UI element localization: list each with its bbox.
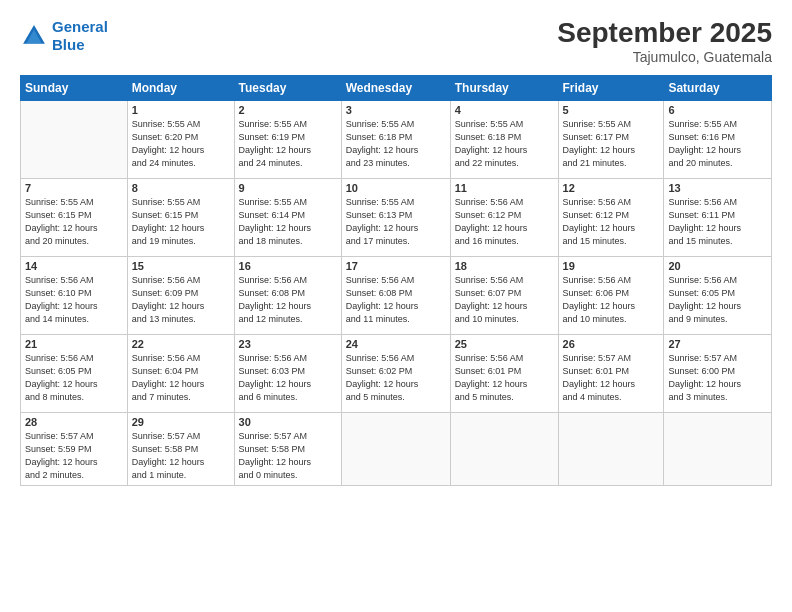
calendar-cell: 29Sunrise: 5:57 AM Sunset: 5:58 PM Dayli… [127,412,234,485]
calendar-cell: 3Sunrise: 5:55 AM Sunset: 6:18 PM Daylig… [341,100,450,178]
day-number: 15 [132,260,230,272]
day-number: 28 [25,416,123,428]
day-info: Sunrise: 5:56 AM Sunset: 6:09 PM Dayligh… [132,274,230,326]
weekday-header-row: SundayMondayTuesdayWednesdayThursdayFrid… [21,75,772,100]
day-number: 23 [239,338,337,350]
day-number: 25 [455,338,554,350]
day-number: 17 [346,260,446,272]
calendar-cell [21,100,128,178]
week-row-2: 7Sunrise: 5:55 AM Sunset: 6:15 PM Daylig… [21,178,772,256]
day-number: 13 [668,182,767,194]
month-title: September 2025 [557,18,772,49]
calendar-cell: 12Sunrise: 5:56 AM Sunset: 6:12 PM Dayli… [558,178,664,256]
calendar-cell: 19Sunrise: 5:56 AM Sunset: 6:06 PM Dayli… [558,256,664,334]
day-number: 30 [239,416,337,428]
day-info: Sunrise: 5:56 AM Sunset: 6:10 PM Dayligh… [25,274,123,326]
calendar-cell [664,412,772,485]
day-info: Sunrise: 5:56 AM Sunset: 6:03 PM Dayligh… [239,352,337,404]
day-info: Sunrise: 5:57 AM Sunset: 6:01 PM Dayligh… [563,352,660,404]
weekday-header-friday: Friday [558,75,664,100]
calendar-cell: 23Sunrise: 5:56 AM Sunset: 6:03 PM Dayli… [234,334,341,412]
day-number: 1 [132,104,230,116]
day-number: 16 [239,260,337,272]
day-number: 2 [239,104,337,116]
calendar-cell: 18Sunrise: 5:56 AM Sunset: 6:07 PM Dayli… [450,256,558,334]
calendar-cell: 13Sunrise: 5:56 AM Sunset: 6:11 PM Dayli… [664,178,772,256]
day-info: Sunrise: 5:55 AM Sunset: 6:14 PM Dayligh… [239,196,337,248]
day-info: Sunrise: 5:56 AM Sunset: 6:12 PM Dayligh… [563,196,660,248]
location: Tajumulco, Guatemala [557,49,772,65]
logo: General Blue [20,18,108,54]
day-info: Sunrise: 5:55 AM Sunset: 6:16 PM Dayligh… [668,118,767,170]
day-info: Sunrise: 5:56 AM Sunset: 6:11 PM Dayligh… [668,196,767,248]
weekday-header-thursday: Thursday [450,75,558,100]
calendar-cell: 1Sunrise: 5:55 AM Sunset: 6:20 PM Daylig… [127,100,234,178]
day-info: Sunrise: 5:56 AM Sunset: 6:02 PM Dayligh… [346,352,446,404]
calendar-cell: 8Sunrise: 5:55 AM Sunset: 6:15 PM Daylig… [127,178,234,256]
title-block: September 2025 Tajumulco, Guatemala [557,18,772,65]
calendar-cell: 16Sunrise: 5:56 AM Sunset: 6:08 PM Dayli… [234,256,341,334]
week-row-1: 1Sunrise: 5:55 AM Sunset: 6:20 PM Daylig… [21,100,772,178]
day-info: Sunrise: 5:57 AM Sunset: 5:58 PM Dayligh… [239,430,337,482]
calendar-cell: 22Sunrise: 5:56 AM Sunset: 6:04 PM Dayli… [127,334,234,412]
day-number: 14 [25,260,123,272]
day-number: 11 [455,182,554,194]
day-info: Sunrise: 5:55 AM Sunset: 6:15 PM Dayligh… [25,196,123,248]
weekday-header-wednesday: Wednesday [341,75,450,100]
day-number: 26 [563,338,660,350]
calendar-cell: 27Sunrise: 5:57 AM Sunset: 6:00 PM Dayli… [664,334,772,412]
day-number: 20 [668,260,767,272]
logo-blue: Blue [52,36,85,53]
header: General Blue September 2025 Tajumulco, G… [20,18,772,65]
calendar-cell: 30Sunrise: 5:57 AM Sunset: 5:58 PM Dayli… [234,412,341,485]
day-info: Sunrise: 5:57 AM Sunset: 5:59 PM Dayligh… [25,430,123,482]
day-number: 8 [132,182,230,194]
day-info: Sunrise: 5:55 AM Sunset: 6:18 PM Dayligh… [346,118,446,170]
week-row-3: 14Sunrise: 5:56 AM Sunset: 6:10 PM Dayli… [21,256,772,334]
calendar: SundayMondayTuesdayWednesdayThursdayFrid… [20,75,772,486]
calendar-cell: 6Sunrise: 5:55 AM Sunset: 6:16 PM Daylig… [664,100,772,178]
weekday-header-saturday: Saturday [664,75,772,100]
day-number: 5 [563,104,660,116]
day-number: 9 [239,182,337,194]
day-number: 12 [563,182,660,194]
day-info: Sunrise: 5:55 AM Sunset: 6:20 PM Dayligh… [132,118,230,170]
day-info: Sunrise: 5:56 AM Sunset: 6:06 PM Dayligh… [563,274,660,326]
day-info: Sunrise: 5:55 AM Sunset: 6:17 PM Dayligh… [563,118,660,170]
day-number: 6 [668,104,767,116]
calendar-cell: 25Sunrise: 5:56 AM Sunset: 6:01 PM Dayli… [450,334,558,412]
day-number: 19 [563,260,660,272]
calendar-cell: 5Sunrise: 5:55 AM Sunset: 6:17 PM Daylig… [558,100,664,178]
weekday-header-tuesday: Tuesday [234,75,341,100]
day-info: Sunrise: 5:57 AM Sunset: 6:00 PM Dayligh… [668,352,767,404]
day-number: 4 [455,104,554,116]
weekday-header-sunday: Sunday [21,75,128,100]
day-number: 18 [455,260,554,272]
calendar-cell: 9Sunrise: 5:55 AM Sunset: 6:14 PM Daylig… [234,178,341,256]
day-info: Sunrise: 5:56 AM Sunset: 6:07 PM Dayligh… [455,274,554,326]
week-row-5: 28Sunrise: 5:57 AM Sunset: 5:59 PM Dayli… [21,412,772,485]
calendar-cell: 26Sunrise: 5:57 AM Sunset: 6:01 PM Dayli… [558,334,664,412]
calendar-cell: 28Sunrise: 5:57 AM Sunset: 5:59 PM Dayli… [21,412,128,485]
calendar-cell: 17Sunrise: 5:56 AM Sunset: 6:08 PM Dayli… [341,256,450,334]
calendar-cell: 15Sunrise: 5:56 AM Sunset: 6:09 PM Dayli… [127,256,234,334]
calendar-cell: 4Sunrise: 5:55 AM Sunset: 6:18 PM Daylig… [450,100,558,178]
calendar-cell [341,412,450,485]
day-info: Sunrise: 5:55 AM Sunset: 6:13 PM Dayligh… [346,196,446,248]
page: General Blue September 2025 Tajumulco, G… [0,0,792,612]
day-info: Sunrise: 5:55 AM Sunset: 6:15 PM Dayligh… [132,196,230,248]
day-number: 22 [132,338,230,350]
day-number: 24 [346,338,446,350]
calendar-cell: 24Sunrise: 5:56 AM Sunset: 6:02 PM Dayli… [341,334,450,412]
day-number: 29 [132,416,230,428]
weekday-header-monday: Monday [127,75,234,100]
calendar-cell [558,412,664,485]
calendar-cell: 14Sunrise: 5:56 AM Sunset: 6:10 PM Dayli… [21,256,128,334]
day-info: Sunrise: 5:55 AM Sunset: 6:19 PM Dayligh… [239,118,337,170]
day-number: 27 [668,338,767,350]
calendar-cell: 11Sunrise: 5:56 AM Sunset: 6:12 PM Dayli… [450,178,558,256]
calendar-cell: 7Sunrise: 5:55 AM Sunset: 6:15 PM Daylig… [21,178,128,256]
calendar-cell: 20Sunrise: 5:56 AM Sunset: 6:05 PM Dayli… [664,256,772,334]
day-info: Sunrise: 5:57 AM Sunset: 5:58 PM Dayligh… [132,430,230,482]
day-info: Sunrise: 5:55 AM Sunset: 6:18 PM Dayligh… [455,118,554,170]
